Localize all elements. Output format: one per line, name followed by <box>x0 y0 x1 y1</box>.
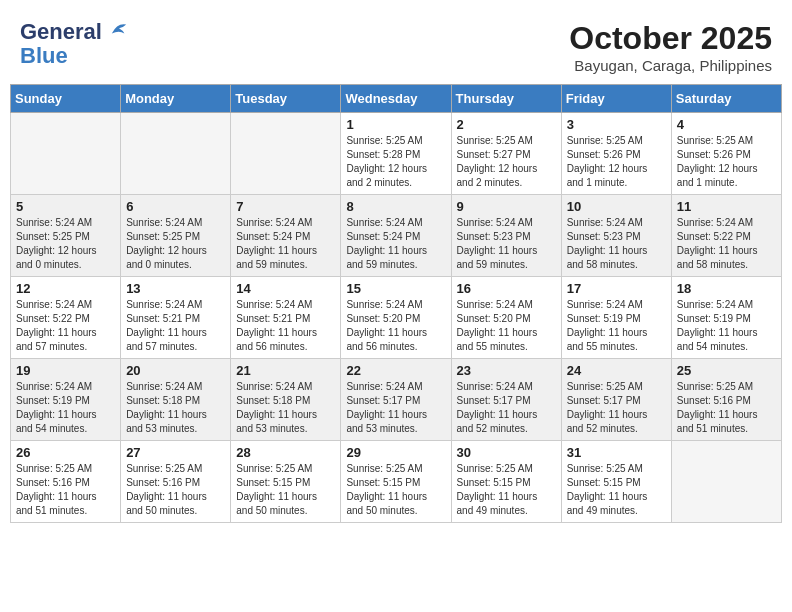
day-number: 4 <box>677 117 776 132</box>
day-info: Sunrise: 5:25 AM Sunset: 5:15 PM Dayligh… <box>346 462 445 518</box>
day-info: Sunrise: 5:24 AM Sunset: 5:22 PM Dayligh… <box>16 298 115 354</box>
day-number: 29 <box>346 445 445 460</box>
day-number: 9 <box>457 199 556 214</box>
day-info: Sunrise: 5:25 AM Sunset: 5:16 PM Dayligh… <box>677 380 776 436</box>
weekday-header-monday: Monday <box>121 85 231 113</box>
day-number: 26 <box>16 445 115 460</box>
weekday-header-saturday: Saturday <box>671 85 781 113</box>
day-info: Sunrise: 5:25 AM Sunset: 5:15 PM Dayligh… <box>567 462 666 518</box>
calendar-cell: 24Sunrise: 5:25 AM Sunset: 5:17 PM Dayli… <box>561 359 671 441</box>
calendar-table: SundayMondayTuesdayWednesdayThursdayFrid… <box>10 84 782 523</box>
calendar-week-row: 26Sunrise: 5:25 AM Sunset: 5:16 PM Dayli… <box>11 441 782 523</box>
day-info: Sunrise: 5:24 AM Sunset: 5:19 PM Dayligh… <box>567 298 666 354</box>
day-info: Sunrise: 5:24 AM Sunset: 5:17 PM Dayligh… <box>346 380 445 436</box>
calendar-cell: 14Sunrise: 5:24 AM Sunset: 5:21 PM Dayli… <box>231 277 341 359</box>
day-number: 16 <box>457 281 556 296</box>
calendar-cell: 15Sunrise: 5:24 AM Sunset: 5:20 PM Dayli… <box>341 277 451 359</box>
day-number: 6 <box>126 199 225 214</box>
day-info: Sunrise: 5:24 AM Sunset: 5:20 PM Dayligh… <box>346 298 445 354</box>
title-block: October 2025 Bayugan, Caraga, Philippine… <box>569 20 772 74</box>
calendar-cell: 5Sunrise: 5:24 AM Sunset: 5:25 PM Daylig… <box>11 195 121 277</box>
weekday-header-friday: Friday <box>561 85 671 113</box>
day-number: 22 <box>346 363 445 378</box>
day-number: 18 <box>677 281 776 296</box>
calendar-cell: 4Sunrise: 5:25 AM Sunset: 5:26 PM Daylig… <box>671 113 781 195</box>
day-info: Sunrise: 5:24 AM Sunset: 5:20 PM Dayligh… <box>457 298 556 354</box>
day-info: Sunrise: 5:24 AM Sunset: 5:19 PM Dayligh… <box>16 380 115 436</box>
logo-bird-icon <box>110 21 128 39</box>
calendar-cell: 28Sunrise: 5:25 AM Sunset: 5:15 PM Dayli… <box>231 441 341 523</box>
calendar-cell: 25Sunrise: 5:25 AM Sunset: 5:16 PM Dayli… <box>671 359 781 441</box>
day-info: Sunrise: 5:25 AM Sunset: 5:26 PM Dayligh… <box>567 134 666 190</box>
calendar-cell: 26Sunrise: 5:25 AM Sunset: 5:16 PM Dayli… <box>11 441 121 523</box>
logo-blue: Blue <box>20 44 128 68</box>
month-title: October 2025 <box>569 20 772 57</box>
logo: General Blue <box>20 20 128 68</box>
day-number: 12 <box>16 281 115 296</box>
day-number: 25 <box>677 363 776 378</box>
day-info: Sunrise: 5:24 AM Sunset: 5:18 PM Dayligh… <box>126 380 225 436</box>
day-number: 19 <box>16 363 115 378</box>
weekday-header-tuesday: Tuesday <box>231 85 341 113</box>
weekday-header-thursday: Thursday <box>451 85 561 113</box>
day-info: Sunrise: 5:25 AM Sunset: 5:15 PM Dayligh… <box>236 462 335 518</box>
calendar-cell: 17Sunrise: 5:24 AM Sunset: 5:19 PM Dayli… <box>561 277 671 359</box>
calendar-cell: 10Sunrise: 5:24 AM Sunset: 5:23 PM Dayli… <box>561 195 671 277</box>
weekday-header-sunday: Sunday <box>11 85 121 113</box>
day-number: 10 <box>567 199 666 214</box>
day-number: 31 <box>567 445 666 460</box>
calendar-cell: 7Sunrise: 5:24 AM Sunset: 5:24 PM Daylig… <box>231 195 341 277</box>
calendar-cell <box>121 113 231 195</box>
calendar-cell: 30Sunrise: 5:25 AM Sunset: 5:15 PM Dayli… <box>451 441 561 523</box>
calendar-cell: 3Sunrise: 5:25 AM Sunset: 5:26 PM Daylig… <box>561 113 671 195</box>
weekday-header-wednesday: Wednesday <box>341 85 451 113</box>
day-number: 14 <box>236 281 335 296</box>
day-number: 28 <box>236 445 335 460</box>
day-info: Sunrise: 5:24 AM Sunset: 5:17 PM Dayligh… <box>457 380 556 436</box>
calendar-cell: 22Sunrise: 5:24 AM Sunset: 5:17 PM Dayli… <box>341 359 451 441</box>
day-number: 23 <box>457 363 556 378</box>
day-info: Sunrise: 5:24 AM Sunset: 5:25 PM Dayligh… <box>126 216 225 272</box>
day-number: 2 <box>457 117 556 132</box>
day-number: 27 <box>126 445 225 460</box>
calendar-cell: 2Sunrise: 5:25 AM Sunset: 5:27 PM Daylig… <box>451 113 561 195</box>
day-number: 8 <box>346 199 445 214</box>
calendar-cell: 20Sunrise: 5:24 AM Sunset: 5:18 PM Dayli… <box>121 359 231 441</box>
day-number: 15 <box>346 281 445 296</box>
day-info: Sunrise: 5:25 AM Sunset: 5:17 PM Dayligh… <box>567 380 666 436</box>
day-info: Sunrise: 5:24 AM Sunset: 5:23 PM Dayligh… <box>567 216 666 272</box>
calendar-cell: 12Sunrise: 5:24 AM Sunset: 5:22 PM Dayli… <box>11 277 121 359</box>
calendar-cell: 13Sunrise: 5:24 AM Sunset: 5:21 PM Dayli… <box>121 277 231 359</box>
day-info: Sunrise: 5:24 AM Sunset: 5:21 PM Dayligh… <box>236 298 335 354</box>
day-number: 21 <box>236 363 335 378</box>
day-number: 5 <box>16 199 115 214</box>
calendar-week-row: 19Sunrise: 5:24 AM Sunset: 5:19 PM Dayli… <box>11 359 782 441</box>
day-info: Sunrise: 5:25 AM Sunset: 5:28 PM Dayligh… <box>346 134 445 190</box>
day-number: 24 <box>567 363 666 378</box>
day-number: 11 <box>677 199 776 214</box>
calendar-week-row: 1Sunrise: 5:25 AM Sunset: 5:28 PM Daylig… <box>11 113 782 195</box>
calendar-cell: 27Sunrise: 5:25 AM Sunset: 5:16 PM Dayli… <box>121 441 231 523</box>
day-info: Sunrise: 5:24 AM Sunset: 5:24 PM Dayligh… <box>236 216 335 272</box>
day-info: Sunrise: 5:25 AM Sunset: 5:15 PM Dayligh… <box>457 462 556 518</box>
calendar-cell: 11Sunrise: 5:24 AM Sunset: 5:22 PM Dayli… <box>671 195 781 277</box>
calendar-cell: 18Sunrise: 5:24 AM Sunset: 5:19 PM Dayli… <box>671 277 781 359</box>
calendar-cell: 31Sunrise: 5:25 AM Sunset: 5:15 PM Dayli… <box>561 441 671 523</box>
calendar-cell: 29Sunrise: 5:25 AM Sunset: 5:15 PM Dayli… <box>341 441 451 523</box>
day-info: Sunrise: 5:24 AM Sunset: 5:18 PM Dayligh… <box>236 380 335 436</box>
day-info: Sunrise: 5:24 AM Sunset: 5:21 PM Dayligh… <box>126 298 225 354</box>
page-header: General Blue October 2025 Bayugan, Carag… <box>10 10 782 79</box>
logo-text: General <box>20 20 128 44</box>
day-number: 7 <box>236 199 335 214</box>
calendar-cell: 21Sunrise: 5:24 AM Sunset: 5:18 PM Dayli… <box>231 359 341 441</box>
calendar-cell <box>11 113 121 195</box>
day-number: 17 <box>567 281 666 296</box>
day-info: Sunrise: 5:25 AM Sunset: 5:26 PM Dayligh… <box>677 134 776 190</box>
day-number: 30 <box>457 445 556 460</box>
calendar-cell <box>231 113 341 195</box>
day-info: Sunrise: 5:24 AM Sunset: 5:24 PM Dayligh… <box>346 216 445 272</box>
day-info: Sunrise: 5:25 AM Sunset: 5:27 PM Dayligh… <box>457 134 556 190</box>
day-number: 13 <box>126 281 225 296</box>
calendar-cell <box>671 441 781 523</box>
day-number: 1 <box>346 117 445 132</box>
